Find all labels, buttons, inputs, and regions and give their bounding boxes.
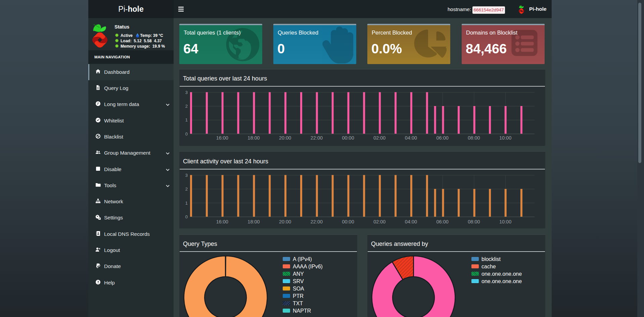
svg-text:2: 2 [185,104,188,109]
svg-text:Queries answered by: Queries answered by [371,241,428,247]
svg-text:1: 1 [185,117,188,122]
svg-text:04:00: 04:00 [405,135,417,141]
svg-text:18:00: 18:00 [247,219,260,224]
svg-text:22:00: 22:00 [311,219,323,224]
svg-text:3: 3 [185,172,188,177]
svg-text:16:00: 16:00 [216,219,228,224]
svg-text:08:00: 08:00 [468,219,480,224]
svg-text:16:00: 16:00 [216,135,228,141]
svg-text:Client activity over last 24 h: Client activity over last 24 hours [183,158,268,164]
svg-text:Query Types: Query Types [183,241,217,247]
svg-text:10:00: 10:00 [499,219,511,224]
svg-text:0: 0 [185,131,188,137]
svg-text:02:00: 02:00 [373,135,385,141]
svg-text:10:00: 10:00 [499,135,511,141]
svg-text:00:00: 00:00 [342,219,354,224]
svg-text:06:00: 06:00 [436,219,449,224]
svg-text:22:00: 22:00 [311,135,323,141]
svg-text:08:00: 08:00 [468,135,480,141]
svg-text:Total queries over last 24 hou: Total queries over last 24 hours [183,75,267,82]
svg-text:20:00: 20:00 [279,135,291,141]
svg-text:0: 0 [185,214,188,219]
svg-text:20:00: 20:00 [279,219,291,224]
svg-text:3: 3 [185,90,188,95]
svg-text:04:00: 04:00 [405,219,417,224]
svg-text:18:00: 18:00 [247,135,260,141]
svg-text:1: 1 [185,200,188,205]
svg-text:00:00: 00:00 [342,135,354,141]
svg-text:02:00: 02:00 [373,219,385,224]
svg-text:2: 2 [185,187,188,192]
svg-text:06:00: 06:00 [436,135,449,141]
